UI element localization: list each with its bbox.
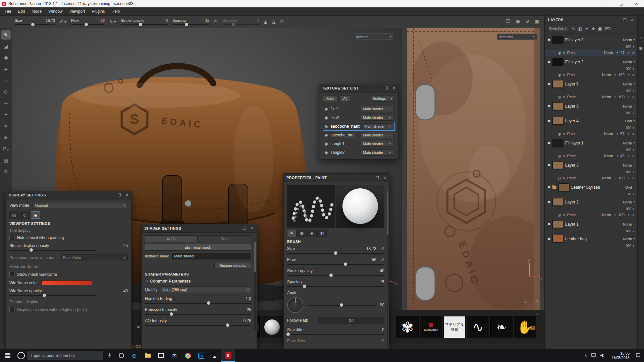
layer-row-layer-5[interactable]: Layer 5Norm▼100▼ [545,101,637,115]
taskbar-app-substance-painter[interactable]: S [221,349,235,362]
layer-visibility-toggle[interactable] [548,164,550,166]
texture-set-sangle2[interactable]: ◉sangle2Main shader▼ [323,148,395,157]
sublayer-blend-mode[interactable]: Norm [604,132,613,136]
microphone-icon[interactable] [103,349,115,362]
paint-target-icon[interactable]: ◎ [558,176,561,180]
maximize-button[interactable]: ▢ [614,0,629,7]
menu-help[interactable]: Help [108,7,123,15]
post-effects-button[interactable]: ▣ [31,212,40,219]
toolbar-spacing-slider[interactable]: Spacing15 [172,18,209,25]
camera-view-icon[interactable]: ⊙ [525,18,529,24]
taskbar-app-mail[interactable]: ✉ [168,349,181,362]
shader-assignment-dropdown[interactable]: Main shader▼ [361,132,393,138]
taskbar-app-store[interactable] [154,349,168,362]
pen-pressure-icon[interactable]: ✐ [381,257,384,262]
close-panel-icon[interactable]: ✕ [392,86,395,90]
common-parameters-group[interactable]: ∨ Common Parameters [145,279,251,284]
radial-symmetry-icon[interactable]: ⊜ [280,19,284,24]
dynamic-texture-tool[interactable]: ◈ [1,133,11,142]
paint-target-icon[interactable]: ◎ [558,51,561,55]
texture-set-saccoche-haut[interactable]: ◉saccoche_hautMain shader▼ [323,122,395,131]
shelf-dock-close-icon[interactable]: ✕ [536,299,539,304]
instance-name-field[interactable]: Main shader [172,253,251,259]
paint-target-icon[interactable]: ◎ [558,154,561,158]
layer-row-leather-stylized[interactable]: Leather StylizedOvrl▼70▼ [545,182,637,196]
layer-blend-mode[interactable]: Norm▼ [623,38,635,42]
sublayer-blend-mode[interactable]: Norm [602,73,611,77]
delete-layer-icon[interactable]: ⌦ [605,26,611,31]
texture-set-radio[interactable]: ◉ [324,115,328,120]
layer-blend-mode[interactable]: Norm▼ [623,237,635,241]
texture-set-radio[interactable]: ◉ [324,141,328,146]
taskbar-app-chrome[interactable] [181,349,195,362]
sublayer-opacity[interactable]: 100 [618,213,624,217]
menu-mode[interactable]: Mode [28,7,45,15]
menu-plugins[interactable]: Plugins [88,7,108,15]
hide-stencil-checkbox[interactable]: ✓ [9,235,14,240]
brush-flow-slider[interactable] [287,264,384,265]
texture-set-fixe1[interactable]: ◉fixe1Main shader▼ [323,105,395,113]
texture-set-radio[interactable]: ◉ [324,150,328,155]
layer-opacity[interactable]: 100▼ [548,111,635,115]
wireframe-color-swatch[interactable] [41,280,92,285]
layer-visibility-toggle[interactable] [548,120,550,122]
texture-set-fixe2[interactable]: ◉fixe2Main shader▼ [323,113,395,122]
sublayer-blend-mode[interactable]: Norm [604,154,613,158]
all-button[interactable]: All [339,95,351,102]
plugin-settings[interactable]: ⚙ [1,167,11,176]
delete-sublayer-icon[interactable]: ✕ [632,95,635,99]
minimize-button[interactable]: – [599,0,614,7]
float-panel-icon[interactable]: ❐ [376,176,379,180]
layer-blend-mode[interactable]: Norm▼ [623,60,635,64]
delete-sublayer-icon[interactable]: ✕ [632,132,635,136]
layer-row-fill-layer-2[interactable]: Fill layer 2Norm▼100▼ [545,56,637,71]
toolbar-size-slider[interactable]: Size18.73 [15,18,55,25]
start-button[interactable] [0,349,15,362]
layer-blend-mode[interactable]: Norm▼ [623,200,635,204]
brush-preset-icon[interactable]: ✐ ▾ [60,19,66,24]
menu-file[interactable]: File [1,7,14,15]
stencil-opacity-slider[interactable] [9,250,97,251]
menu-edit[interactable]: Edit [14,7,28,15]
camera-settings-button[interactable]: ⊙ [20,212,30,219]
tab-brush-icon[interactable]: ✎ [287,230,297,237]
projection-tool[interactable]: ◉ [1,53,11,62]
stencil-japanese-text[interactable]: マテリアル 材質 [443,316,466,338]
layer-row-layer-4[interactable]: Layer 4Ovrl▼100▼ [545,115,637,130]
paint-target-icon[interactable]: ◎ [558,132,561,136]
solo-button[interactable]: Solo [323,95,337,102]
undo-button[interactable]: Undo [145,235,198,242]
3d-view-mode-dropdown[interactable]: Material▼ [354,34,394,40]
layer-opacity[interactable]: 100▼ [548,126,635,130]
shelf-scroll-left-button[interactable]: ◀ [136,324,140,329]
delete-sublayer-icon[interactable]: ✕ [632,154,635,158]
dock-tab-history-icon[interactable]: ◔ [640,36,642,40]
add-paint-layer-icon[interactable]: ✎ [572,26,575,31]
paint-sublayer-layer-6[interactable]: ◎✎PaintNorm▼100▼✕ [545,93,637,101]
layer-opacity[interactable]: 100▼ [548,244,635,248]
layer-blend-mode[interactable]: Ovrl▼ [625,119,635,123]
shelf-grid-view-icon[interactable]: ▦ [530,325,535,331]
layer-visibility-toggle[interactable] [548,105,550,107]
layer-row-layer-3[interactable]: Layer 3Norm▼100▼ [545,160,637,174]
shelf-float-icon[interactable]: ❐ [524,299,528,304]
shader-ao-intensity-slider[interactable] [145,325,251,326]
eraser-tool[interactable]: ◪ [1,42,11,51]
dock-tab-shelf-icon[interactable]: ▣ [639,46,642,51]
wireframe-opacity-slider[interactable] [9,295,97,296]
taskbar-app-file-explorer[interactable] [141,349,154,362]
viewport-2d[interactable]: EDAIC Material▼ V U [402,28,545,310]
paint-tool[interactable]: ✎ [1,30,11,40]
shader-scrollbar[interactable] [254,242,256,330]
redo-button[interactable]: Redo [199,235,252,242]
substance-material[interactable]: Substance [420,316,442,338]
photoshop-plugin[interactable]: Ps [1,144,11,154]
projection-channel-dropdown[interactable]: Base Color▼ [61,254,128,261]
layer-visibility-toggle[interactable] [548,223,550,225]
toolbar-distance-slider[interactable]: Distance8 [222,18,259,25]
taskbar-app-photos[interactable] [208,349,221,362]
follow-path-toggle[interactable]: Off [318,317,384,324]
sublayer-opacity[interactable]: 45 [621,154,625,158]
float-panel-icon[interactable]: ❐ [385,86,388,90]
brush-size-slider[interactable] [287,253,384,254]
